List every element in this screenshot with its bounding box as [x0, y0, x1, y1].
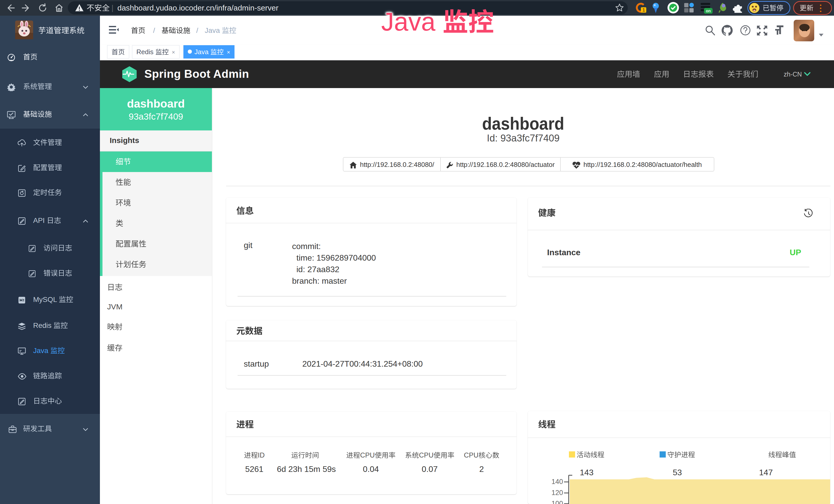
svg-text:1: 1: [642, 7, 645, 13]
svg-text:on: on: [706, 9, 711, 13]
